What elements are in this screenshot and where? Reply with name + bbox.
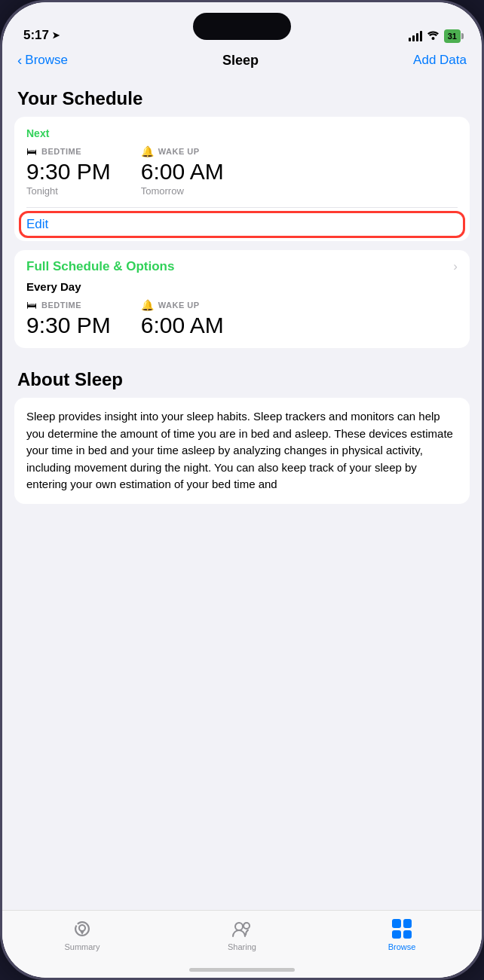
page-title: Sleep (222, 53, 259, 69)
full-bedtime-time: 9:30 PM (26, 313, 111, 337)
nav-bar: ‹ Browse Sleep Add Data (2, 47, 482, 76)
status-icons: 31 (409, 29, 461, 43)
schedule-row: 🛏 BEDTIME 9:30 PM Tonight 🔔 WAKE UP 6 (26, 145, 458, 197)
home-indicator (189, 968, 295, 972)
edit-highlight-ring (19, 211, 465, 238)
battery-icon: 31 (444, 29, 461, 43)
your-schedule-title: Your Schedule (2, 76, 482, 117)
wifi-icon (427, 30, 440, 42)
phone-screen: 5:17 ➤ 31 ‹ B (2, 2, 482, 978)
tab-sharing[interactable]: Sharing (204, 918, 280, 951)
status-time: 5:17 ➤ (23, 28, 60, 43)
tab-browse[interactable]: Browse (364, 918, 440, 951)
full-bedtime-type-label: BEDTIME (41, 301, 81, 310)
svg-point-0 (431, 37, 434, 40)
full-bedtime-item: 🛏 BEDTIME 9:30 PM (26, 299, 111, 337)
bedtime-type-row: 🛏 BEDTIME (26, 145, 111, 157)
edit-label: Edit (26, 217, 48, 231)
wakeup-item: 🔔 WAKE UP 6:00 AM Tomorrow (141, 145, 224, 197)
about-sleep-text: Sleep provides insight into your sleep h… (14, 398, 470, 504)
phone-frame: 5:17 ➤ 31 ‹ B (0, 0, 484, 980)
next-schedule-card: Next 🛏 BEDTIME 9:30 PM Tonight (14, 117, 470, 241)
alarm-icon: 🔔 (141, 145, 154, 157)
svg-point-2 (244, 923, 250, 929)
next-card-section: Next 🛏 BEDTIME 9:30 PM Tonight (14, 117, 470, 207)
sharing-icon (231, 918, 253, 939)
dynamic-island (193, 13, 291, 40)
browse-icon (391, 918, 412, 939)
about-sleep-title: About Sleep (2, 357, 482, 398)
wakeup-type-row: 🔔 WAKE UP (141, 145, 224, 157)
bedtime-type-label: BEDTIME (41, 147, 81, 156)
back-button[interactable]: ‹ Browse (17, 52, 68, 69)
sharing-tab-label: Sharing (228, 942, 256, 951)
full-schedule-label: Full Schedule & Options (26, 259, 174, 274)
wakeup-day: Tomorrow (141, 185, 224, 197)
battery-level: 31 (448, 32, 457, 41)
next-label: Next (26, 127, 458, 139)
about-sleep-card: Sleep provides insight into your sleep h… (14, 398, 470, 504)
full-schedule-header-row[interactable]: Full Schedule & Options › (14, 250, 470, 280)
back-label: Browse (25, 53, 68, 68)
add-data-button[interactable]: Add Data (413, 53, 467, 68)
back-chevron-icon: ‹ (17, 52, 22, 69)
tab-summary[interactable]: Summary (44, 918, 120, 951)
full-alarm-icon: 🔔 (141, 299, 154, 311)
summary-icon (72, 918, 93, 939)
full-bedtime-type-row: 🛏 BEDTIME (26, 299, 111, 311)
signal-icon (409, 31, 422, 41)
full-wakeup-type-label: WAKE UP (158, 301, 200, 310)
svg-point-1 (235, 923, 243, 930)
wakeup-time: 6:00 AM (141, 159, 224, 184)
bed-icon: 🛏 (26, 145, 37, 157)
full-schedule-card: Full Schedule & Options › Every Day 🛏 BE… (14, 250, 470, 348)
full-wakeup-item: 🔔 WAKE UP 6:00 AM (141, 299, 224, 337)
wakeup-type-label: WAKE UP (158, 147, 200, 156)
every-day-label: Every Day (14, 280, 470, 299)
bedtime-time: 9:30 PM (26, 159, 111, 184)
full-wakeup-type-row: 🔔 WAKE UP (141, 299, 224, 311)
bedtime-item: 🛏 BEDTIME 9:30 PM Tonight (26, 145, 111, 197)
summary-tab-label: Summary (64, 942, 100, 951)
edit-button[interactable]: Edit (14, 208, 470, 241)
browse-tab-label: Browse (388, 942, 416, 951)
full-schedule-row: 🛏 BEDTIME 9:30 PM 🔔 WAKE UP 6:00 AM (26, 299, 458, 337)
time-display: 5:17 (23, 28, 49, 43)
location-arrow-icon: ➤ (52, 30, 60, 41)
full-wakeup-time: 6:00 AM (141, 313, 224, 337)
full-bed-icon: 🛏 (26, 299, 37, 311)
full-schedule-times: 🛏 BEDTIME 9:30 PM 🔔 WAKE UP 6:00 AM (14, 299, 470, 348)
main-content: Your Schedule Next 🛏 BEDTIME 9:30 PM Ton… (2, 76, 482, 942)
bedtime-day: Tonight (26, 185, 111, 197)
chevron-right-icon: › (453, 259, 458, 274)
